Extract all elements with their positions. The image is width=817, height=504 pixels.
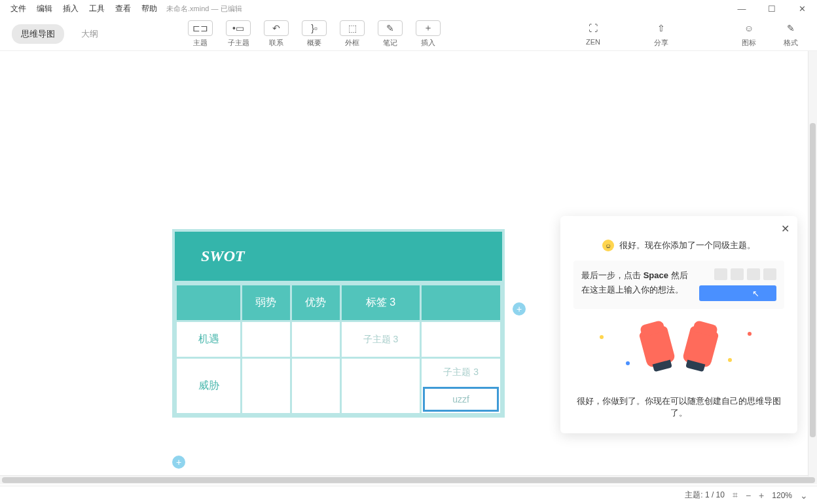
menu-bar: 文件 编辑 插入 工具 查看 帮助 bbox=[0, 1, 162, 17]
zen-icon: ⛶ bbox=[581, 20, 606, 36]
close-button[interactable]: ✕ bbox=[787, 0, 817, 17]
map-overview-icon[interactable]: ⌗ bbox=[733, 490, 738, 501]
vertical-scrollbar[interactable] bbox=[808, 51, 817, 477]
zoom-in-button[interactable]: + bbox=[759, 490, 764, 501]
swot-col-label3[interactable]: 标签 3 bbox=[340, 285, 421, 321]
tab-mindmap[interactable]: 思维导图 bbox=[12, 24, 64, 44]
tool-boundary[interactable]: ⬚外框 bbox=[338, 20, 367, 48]
swot-cell-1-3[interactable]: 子主题 3 bbox=[340, 321, 421, 358]
zoom-out-button[interactable]: − bbox=[746, 490, 751, 501]
swot-cell-2-2[interactable] bbox=[291, 358, 340, 414]
tutorial-popup: ✕ ☺ 很好。现在你添加了一个同级主题。 最后一步，点击 Space 然后在这主… bbox=[560, 216, 797, 433]
tool-insert[interactable]: ＋插入 bbox=[414, 20, 443, 48]
swot-col-weakness[interactable]: 弱势 bbox=[242, 285, 291, 321]
vscroll-thumb[interactable] bbox=[810, 123, 816, 437]
menu-insert[interactable]: 插入 bbox=[58, 1, 84, 17]
tool-zen[interactable]: ⛶ZEN bbox=[579, 20, 608, 48]
menu-file[interactable]: 文件 bbox=[5, 1, 31, 17]
canvas[interactable]: SWOT 弱势 优势 标签 3 机遇 子主题 3 威胁 bbox=[0, 51, 817, 484]
swot-matrix[interactable]: SWOT 弱势 优势 标签 3 机遇 子主题 3 威胁 bbox=[172, 229, 505, 418]
swot-col-4[interactable] bbox=[421, 285, 501, 321]
swot-cell-1-2[interactable] bbox=[291, 321, 340, 358]
space-key-illustration: ↖ bbox=[699, 285, 776, 301]
minimize-button[interactable]: — bbox=[727, 0, 757, 17]
zoom-level[interactable]: 120% bbox=[772, 491, 792, 500]
swot-subtopic-3: 子主题 3 bbox=[443, 367, 479, 377]
document-title: 未命名.xmind — 已编辑 bbox=[166, 4, 242, 14]
topic-icon: ⊏⊐ bbox=[188, 20, 213, 36]
tool-notes[interactable]: ✎笔记 bbox=[376, 20, 405, 48]
tool-format[interactable]: ✎格式 bbox=[776, 20, 805, 48]
zoom-dropdown-icon[interactable]: ⌄ bbox=[800, 490, 808, 501]
swot-cell-2-4[interactable]: 子主题 3 uzzf bbox=[421, 358, 501, 414]
menu-tools[interactable]: 工具 bbox=[84, 1, 110, 17]
swot-header-row: 弱势 优势 标签 3 bbox=[176, 285, 501, 321]
swot-table: 弱势 优势 标签 3 机遇 子主题 3 威胁 子主题 3 uzzf bbox=[175, 283, 502, 415]
smile-emoji-icon: ☺ bbox=[602, 240, 614, 251]
swot-editing-topic[interactable]: uzzf bbox=[423, 387, 499, 412]
maximize-button[interactable]: ☐ bbox=[757, 0, 787, 17]
swot-cell-1-4[interactable] bbox=[421, 321, 501, 358]
format-icon: ✎ bbox=[778, 20, 803, 36]
swot-cell-2-1[interactable] bbox=[242, 358, 291, 414]
view-tabs: 思维导图 大纲 bbox=[12, 24, 107, 44]
swot-cell-2-3[interactable] bbox=[340, 358, 421, 414]
tool-iconlib[interactable]: ☺图标 bbox=[735, 20, 763, 48]
cursor-icon: ↖ bbox=[752, 289, 759, 298]
tool-group-right2: ☺图标 ✎格式 bbox=[735, 20, 805, 48]
hscroll-thumb[interactable] bbox=[2, 477, 815, 483]
tool-subtopic[interactable]: •▭子主题 bbox=[224, 20, 253, 48]
smile-icon: ☺ bbox=[736, 20, 761, 36]
swot-threat-label[interactable]: 威胁 bbox=[176, 358, 242, 414]
celebration-illustration bbox=[573, 329, 784, 381]
tab-outline[interactable]: 大纲 bbox=[72, 24, 107, 44]
tool-group-right1: ⛶ZEN ⇧分享 bbox=[579, 20, 676, 48]
menu-view[interactable]: 查看 bbox=[110, 1, 136, 17]
swot-row-threat: 威胁 子主题 3 uzzf bbox=[176, 358, 501, 414]
insert-icon: ＋ bbox=[416, 20, 441, 36]
tutorial-step: 最后一步，点击 Space 然后在这主题上输入你的想法。 ↖ bbox=[573, 261, 784, 309]
hand-left-icon bbox=[639, 325, 676, 368]
statusbar: 主题: 1 / 10 ⌗ − + 120% ⌄ bbox=[0, 486, 817, 504]
summary-icon: }▫ bbox=[302, 20, 327, 36]
add-child-button[interactable]: + bbox=[172, 456, 185, 469]
swot-row-opportunity: 机遇 子主题 3 bbox=[176, 321, 501, 358]
menu-help[interactable]: 帮助 bbox=[136, 1, 162, 17]
tutorial-done-text: 很好，你做到了。你现在可以随意创建自己的思维导图了。 bbox=[573, 395, 784, 419]
hand-right-icon bbox=[682, 325, 719, 368]
swot-cell-1-1[interactable] bbox=[242, 321, 291, 358]
tutorial-step-text: 最后一步，点击 Space 然后在这主题上输入你的想法。 bbox=[581, 268, 691, 301]
swot-title[interactable]: SWOT bbox=[175, 232, 502, 283]
tool-summary[interactable]: }▫概要 bbox=[300, 20, 329, 48]
tool-topic[interactable]: ⊏⊐主题 bbox=[186, 20, 215, 48]
boundary-icon: ⬚ bbox=[340, 20, 365, 36]
swot-col-strength[interactable]: 优势 bbox=[291, 285, 340, 321]
toolbar: 思维导图 大纲 ⊏⊐主题 •▭子主题 ↶联系 }▫概要 ⬚外框 ✎笔记 ＋插入 … bbox=[0, 17, 817, 51]
tool-share[interactable]: ⇧分享 bbox=[647, 20, 676, 48]
tool-group-main: ⊏⊐主题 •▭子主题 ↶联系 }▫概要 ⬚外框 ✎笔记 ＋插入 bbox=[186, 20, 443, 48]
swot-opportunity-label[interactable]: 机遇 bbox=[176, 321, 242, 358]
horizontal-scrollbar[interactable] bbox=[0, 475, 817, 484]
titlebar: 文件 编辑 插入 工具 查看 帮助 未命名.xmind — 已编辑 — ☐ ✕ bbox=[0, 0, 817, 17]
relation-icon: ↶ bbox=[264, 20, 289, 36]
share-icon: ⇧ bbox=[649, 20, 674, 36]
menu-edit[interactable]: 编辑 bbox=[31, 1, 58, 17]
window-controls: — ☐ ✕ bbox=[727, 0, 817, 17]
close-icon[interactable]: ✕ bbox=[781, 223, 790, 235]
tutorial-keyboard: ↖ bbox=[699, 268, 776, 301]
subtopic-icon: •▭ bbox=[226, 20, 251, 36]
tool-relation[interactable]: ↶联系 bbox=[262, 20, 291, 48]
topic-counter: 主题: 1 / 10 bbox=[685, 490, 725, 501]
swot-col-0[interactable] bbox=[176, 285, 242, 321]
tutorial-congrats: ☺ 很好。现在你添加了一个同级主题。 bbox=[573, 240, 784, 251]
notes-icon: ✎ bbox=[378, 20, 403, 36]
add-sibling-button[interactable]: + bbox=[513, 302, 526, 315]
